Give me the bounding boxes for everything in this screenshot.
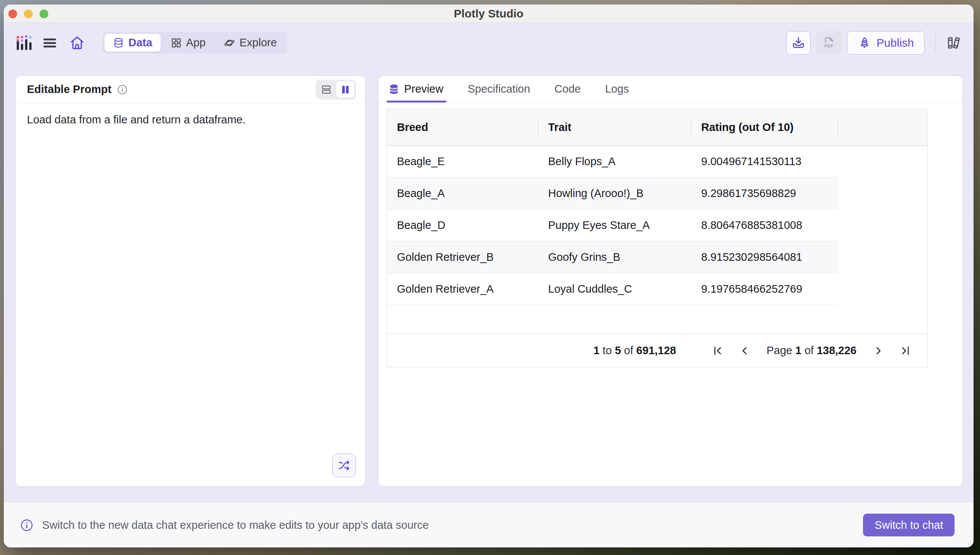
column-header-trait[interactable]: Trait [538,109,691,145]
prev-page-icon[interactable] [737,344,751,358]
tab-preview-label: Preview [404,83,443,95]
columns-layout-icon [340,84,351,95]
cell-breed: Beagle_D [387,210,538,241]
menu-icon[interactable] [42,35,58,51]
desktop-background: Plotly Studio [0,0,980,555]
zoom-button[interactable] [40,10,48,18]
cell-breed: Golden Retriever_A [387,273,538,305]
pagination-bar: 1 to 5 of 691,128 [387,334,927,367]
table-row[interactable]: Beagle_E Belly Flops_A 9.004967141530113 [387,146,838,178]
cell-breed: Golden Retriever_B [387,241,538,273]
mode-tabgroup: Data App [103,32,287,53]
publish-label: Publish [877,37,914,49]
tab-explore-label: Explore [239,37,276,49]
toolbar: Data App [4,23,974,63]
tab-app-label: App [186,37,206,49]
shuffle-icon [338,459,350,472]
prompt-panel: Editable Prompt [15,75,365,487]
main-area: Editable Prompt [4,63,974,502]
info-icon [20,518,34,532]
preview-panel: Preview Specification Code Logs Breed [378,75,963,487]
footer-message: Switch to the new data chat experience t… [42,519,855,531]
table-empty-space [387,305,927,334]
info-icon[interactable] [117,84,128,95]
cell-trait: Puppy Eyes Stare_A [538,210,691,241]
svg-text:PDF: PDF [824,43,833,48]
switch-to-chat-button[interactable]: Switch to chat [863,513,954,536]
prompt-panel-title: Editable Prompt [27,83,111,96]
column-header-breed[interactable]: Breed [387,109,538,145]
titlebar: Plotly Studio [4,5,974,23]
tab-logs[interactable]: Logs [605,76,629,102]
cell-trait: Belly Flops_A [538,146,691,177]
rocket-icon [858,36,871,50]
tab-code[interactable]: Code [554,76,581,102]
column-header-rating[interactable]: Rating (out Of 10) [691,109,838,145]
app-grid-icon [170,37,182,48]
cell-rating: 9.197658466252769 [691,273,838,305]
tab-logs-label: Logs [605,83,629,95]
export-pdf-button: PDF [817,31,841,55]
last-page-icon[interactable] [898,344,912,358]
tab-preview[interactable]: Preview [388,76,443,102]
pdf-file-icon: PDF [821,35,836,50]
cell-rating: 9.004967141530113 [691,146,838,177]
cell-breed: Beagle_A [387,178,538,209]
preview-tabbar: Preview Specification Code Logs [378,76,962,103]
home-icon[interactable] [69,35,85,51]
plotly-logo-icon[interactable] [15,34,33,51]
table-row[interactable]: Golden Retriever_A Loyal Cuddles_C 9.197… [387,273,838,305]
shuffle-button[interactable] [333,454,356,477]
first-page-icon[interactable] [711,344,725,358]
toolbar-right: PDF Publish [780,31,962,55]
cell-trait: Howling (Arooo!)_B [538,178,691,209]
tab-explore[interactable]: Explore [215,34,285,51]
cell-rating: 8.806476885381008 [691,210,838,241]
books-icon[interactable] [945,35,962,51]
tab-app[interactable]: App [162,34,214,51]
rows-layout-icon [321,84,332,95]
tab-data-label: Data [129,37,152,49]
cell-rating: 9.29861735698829 [691,178,838,209]
table-row[interactable]: Beagle_D Puppy Eyes Stare_A 8.8064768853… [387,210,838,241]
download-button[interactable] [786,31,811,55]
minimize-button[interactable] [24,10,33,18]
table-header-row: Breed Trait Rating (out Of 10) [387,109,927,146]
pagination-controls: Page 1 of 138,226 [711,344,912,358]
next-page-icon[interactable] [872,344,885,358]
publish-button[interactable]: Publish [847,31,925,55]
table-row[interactable]: Golden Retriever_B Goofy Grins_B 8.91523… [387,241,838,273]
tab-specification[interactable]: Specification [468,76,530,102]
window-title: Plotly Studio [4,5,974,22]
prompt-text[interactable]: Load data from a file and return a dataf… [27,114,246,126]
cell-trait: Loyal Cuddles_C [538,273,691,305]
prompt-panel-header: Editable Prompt [16,76,365,103]
tab-data[interactable]: Data [104,34,161,51]
close-button[interactable] [8,10,17,18]
prompt-editor[interactable]: Load data from a file and return a dataf… [16,103,365,486]
traffic-lights [8,5,48,23]
column-header-filler [838,109,927,145]
tab-specification-label: Specification [468,83,530,95]
layout-toggle-group [316,80,356,99]
cell-rating: 8.915230298564081 [691,241,838,273]
columns-layout-button[interactable] [336,81,354,98]
footer-bar: Switch to the new data chat experience t… [4,502,974,547]
planet-icon [224,37,235,48]
toolbar-divider [935,33,935,53]
app-window: Plotly Studio [4,5,974,547]
data-table: Breed Trait Rating (out Of 10) Beagle_E … [387,109,928,367]
download-icon [791,36,806,50]
tab-code-label: Code [554,83,581,95]
rows-layout-button[interactable] [317,81,336,98]
toolbar-left: Data App [15,32,287,53]
row-range-summary: 1 to 5 of 691,128 [593,344,676,357]
table-row[interactable]: Beagle_A Howling (Arooo!)_B 9.2986173569… [387,178,838,210]
database-icon [113,37,124,48]
cell-breed: Beagle_E [387,146,538,177]
cell-trait: Goofy Grins_B [538,241,691,273]
database-filled-icon [388,83,400,95]
page-indicator: Page 1 of 138,226 [766,344,856,357]
